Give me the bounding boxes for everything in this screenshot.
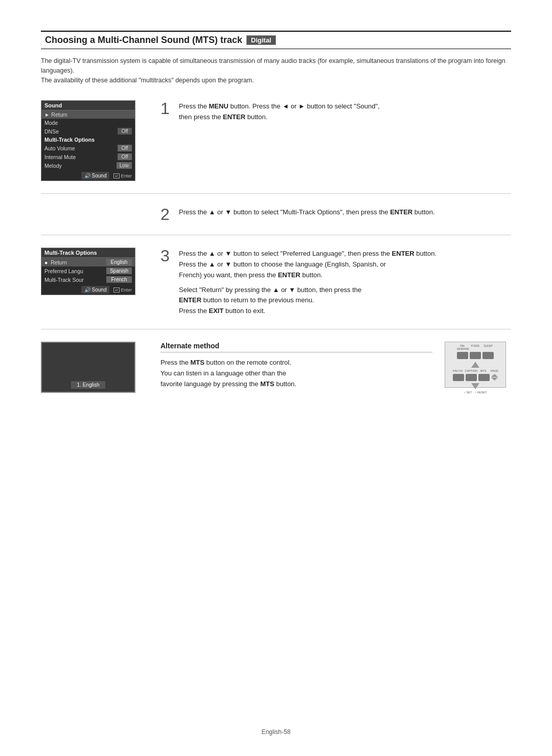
tv-screen-image: 1. English <box>41 342 135 393</box>
alternate-method-title: Alternate method <box>160 342 432 352</box>
sound-footer-icon: 🔊 Sound <box>81 172 110 180</box>
remote-btn-psize[interactable] <box>470 352 481 359</box>
step-3-content: 3 Press the ▲ or ▼ button to select "Pre… <box>160 248 436 317</box>
page-title: Choosing a Multi-Channel Sound (MTS) tra… <box>45 35 242 46</box>
remote-label-caption: CAPTION <box>465 369 476 372</box>
step2-arrow-up: ▲ <box>209 208 216 216</box>
remote-set-label: SET <box>466 391 472 394</box>
page-number: English-58 <box>262 728 291 736</box>
remote-nav-up-icon[interactable] <box>471 362 479 368</box>
step3-bold1: ENTER <box>392 250 415 257</box>
remote-page-up[interactable] <box>491 374 498 377</box>
step3-l4p3: button to return to the previous menu. <box>201 296 314 304</box>
enter-button-label2: ↵ Enter <box>113 287 132 293</box>
step3-l5p2: button to exit. <box>223 307 265 315</box>
step1-text5: button. <box>245 113 267 121</box>
alternate-left-image: 1. English <box>41 342 148 393</box>
remote-row2-buttons <box>453 374 498 381</box>
remote-nav-up-row <box>471 362 479 368</box>
step2-text-or: or <box>215 208 225 216</box>
step-3-section: Multi-Track Options ● Return English Pre… <box>41 248 511 329</box>
sound-menu-screenshot: Sound ► Return Mode DNSe Off Multi-Track… <box>41 100 135 181</box>
remote-btn-caption[interactable] <box>466 374 477 381</box>
step1-text2: button. Press the <box>228 102 283 110</box>
remote-nav-down-row <box>471 383 479 389</box>
step3-l5p1: Press the <box>179 307 209 315</box>
step1-text3: button to select "Sound", <box>305 102 380 110</box>
step-2-number: 2 <box>160 206 175 223</box>
multitrack-menu-screenshot: Multi-Track Options ● Return English Pre… <box>41 248 135 295</box>
step1-arrow-left: ◄ <box>282 102 289 110</box>
remote-set-circle: ○ SET <box>464 391 472 394</box>
step-2-text: Press the ▲ or ▼ button to select "Multi… <box>179 206 435 218</box>
step-3-image: Multi-Track Options ● Return English Pre… <box>41 248 148 295</box>
step-2-image <box>41 206 148 211</box>
intro-line1: The digital-TV transmission system is ca… <box>41 56 511 76</box>
page-footer: English-58 <box>0 728 552 736</box>
remote-label-page: PAGE <box>491 369 499 372</box>
digital-badge: Digital <box>246 35 276 45</box>
menu2-row-preferred: Preferred Langu Spanish <box>41 266 135 275</box>
menu-row-return: ► Return <box>41 110 135 119</box>
step1-bold1: MENU <box>209 102 228 110</box>
remote-page-buttons <box>491 374 498 381</box>
step1-bold2: ENTER <box>223 113 245 121</box>
menu-row-multitrack: Multi-Track Options <box>41 136 135 144</box>
remote-label-favch: FAV.CH <box>452 369 464 372</box>
remote-label-mts: MTS <box>478 369 489 372</box>
remote-control-image: ON-DEMAND P.SIZE SLEEP FAV.CH CAPTI <box>445 342 506 388</box>
step3-l2: button. <box>415 250 436 257</box>
alt-bold2: MTS <box>260 380 274 388</box>
step1-text1: Press the <box>179 102 209 110</box>
step3-up1: ▲ <box>209 250 216 257</box>
title-bar: Choosing a Multi-Channel Sound (MTS) tra… <box>41 31 511 49</box>
remote-row2-labels: FAV.CH CAPTION MTS PAGE <box>452 369 499 372</box>
step3-l4p1: Select "Return" by pressing the <box>179 286 272 294</box>
remote-btn-on-demand[interactable] <box>457 352 468 359</box>
alt-l2: You can listen in a language other than … <box>160 368 432 379</box>
remote-btn-mts[interactable] <box>478 374 490 381</box>
sound-menu-title: Sound <box>41 101 135 110</box>
step1-text-or: or <box>289 102 298 110</box>
alt-bold1: MTS <box>191 359 204 366</box>
multitrack-menu-title: Multi-Track Options <box>41 248 135 258</box>
step3-up3: ▲ <box>272 286 279 294</box>
menu2-row-return: ● Return English <box>41 258 135 266</box>
step3-l3p2: button to choose the language (English, … <box>232 260 386 268</box>
menu-row-mode: Mode <box>41 119 135 127</box>
step2-text3: button. <box>412 208 434 216</box>
step2-arrow-down: ▼ <box>225 208 232 216</box>
step3-l4p2: button, then press the <box>295 286 361 294</box>
step3-bold4: EXIT <box>209 307 224 315</box>
intro-section: The digital-TV transmission system is ca… <box>41 56 511 85</box>
tv-screen-label: 1. English <box>71 381 106 389</box>
remote-nav-down-icon[interactable] <box>471 383 479 389</box>
alt-l1p2: button on the remote control. <box>204 359 291 366</box>
multitrack-menu-footer: 🔊 Sound ↵ Enter <box>41 284 135 295</box>
step-2-content: 2 Press the ▲ or ▼ button to select "Mul… <box>160 206 435 223</box>
step3-l3p1: Press the <box>179 260 209 268</box>
remote-btn-sleep[interactable] <box>482 352 494 359</box>
alternate-method-section: 1. English Alternate method Press the MT… <box>41 342 511 393</box>
remote-set-reset-row: ○ SET ○ RESET <box>464 391 487 394</box>
alternate-right-content: Alternate method Press the MTS button on… <box>160 342 432 389</box>
step-1-image: Sound ► Return Mode DNSe Off Multi-Track… <box>41 100 148 181</box>
step3-bold3: ENTER <box>179 296 201 304</box>
remote-label-sleep: SLEEP <box>482 344 494 350</box>
remote-row1-buttons <box>457 352 494 359</box>
menu2-row-multitrack-sound: Multi-Track Sour French <box>41 275 135 284</box>
remote-page-down[interactable] <box>491 377 498 381</box>
alt-l3p2: button. <box>274 380 296 388</box>
step-3-text: Press the ▲ or ▼ button to select "Prefe… <box>179 248 436 317</box>
alternate-method-text: Press the MTS button on the remote contr… <box>160 358 432 389</box>
step1-text4: then press the <box>179 113 223 121</box>
step3-bold2: ENTER <box>278 271 301 279</box>
remote-btn-favch[interactable] <box>453 374 464 381</box>
sound-menu-footer: 🔊 Sound ↵ Enter <box>41 170 135 181</box>
remote-label-on-demand: ON-DEMAND <box>457 344 468 350</box>
step3-down3: ▼ <box>289 286 295 294</box>
step3-l1p2: button to select "Preferred Language", t… <box>232 250 390 257</box>
alt-l1p1: Press the <box>160 359 191 366</box>
remote-control-area: ON-DEMAND P.SIZE SLEEP FAV.CH CAPTI <box>445 342 511 388</box>
step3-or2: or <box>215 260 225 268</box>
